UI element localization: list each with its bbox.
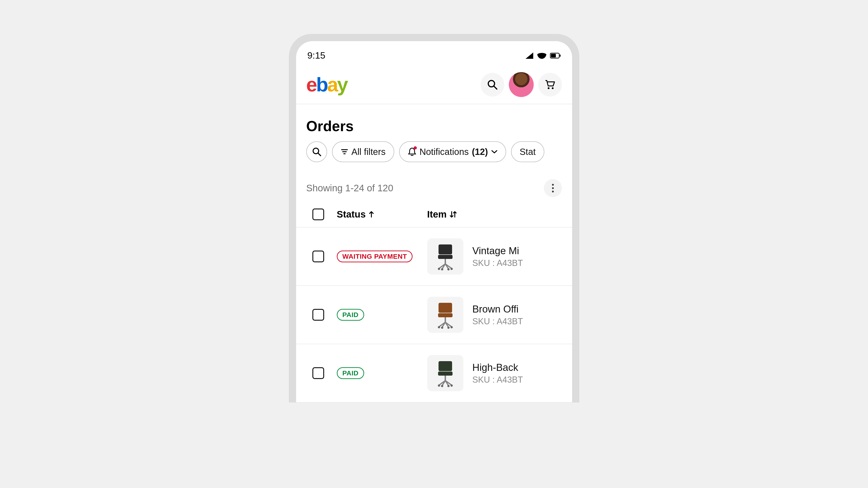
notification-dot-icon (414, 146, 417, 150)
chevron-down-icon (491, 150, 498, 154)
filter-row: All filters Notifications (12) Stat (296, 141, 572, 169)
item-thumbnail (427, 297, 463, 333)
item-name: High-Back (472, 362, 523, 373)
results-count: Showing 1-24 of 120 (306, 183, 393, 193)
svg-point-12 (552, 184, 554, 186)
header-actions (480, 72, 562, 97)
svg-point-47 (451, 385, 453, 387)
column-item-header[interactable]: Item (427, 209, 457, 220)
status-badge: WAITING PAYMENT (337, 250, 413, 262)
search-icon (312, 147, 322, 157)
svg-rect-15 (438, 244, 452, 254)
search-button[interactable] (480, 73, 504, 97)
column-item-label: Item (427, 209, 447, 220)
svg-rect-16 (438, 255, 453, 259)
more-vertical-icon (552, 184, 554, 193)
column-status-header[interactable]: Status (337, 209, 427, 220)
svg-point-24 (447, 268, 450, 271)
item-thumbnail (427, 355, 463, 391)
svg-point-46 (447, 385, 450, 387)
page-title: Orders (296, 104, 572, 141)
svg-point-23 (441, 268, 443, 271)
search-icon (487, 79, 498, 90)
column-status-label: Status (337, 209, 366, 220)
table-row[interactable]: PAIDBrown OffiSKU : A43BT (296, 286, 572, 344)
item-sku: SKU : A43BT (472, 375, 523, 385)
select-all-checkbox[interactable] (312, 209, 324, 220)
notifications-count: (12) (472, 147, 488, 157)
svg-point-5 (548, 87, 550, 89)
sort-icon (450, 211, 457, 218)
svg-point-13 (552, 187, 554, 189)
cart-button[interactable] (538, 73, 562, 97)
status-chip-label: Stat (520, 147, 536, 157)
svg-rect-26 (438, 303, 452, 313)
item-thumbnail (427, 238, 463, 275)
row-checkbox[interactable] (312, 309, 324, 321)
user-avatar[interactable] (509, 72, 534, 97)
ebay-logo[interactable]: ebay (306, 73, 347, 96)
table-row[interactable]: PAIDHigh-BackSKU : A43BT (296, 344, 572, 402)
svg-rect-1 (551, 54, 556, 57)
status-badge: PAID (337, 367, 364, 379)
item-name: Vintage Mi (472, 245, 523, 256)
wifi-icon (537, 52, 547, 59)
filter-icon (341, 148, 348, 156)
svg-rect-38 (438, 371, 453, 376)
orders-search-button[interactable] (306, 141, 327, 162)
all-filters-label: All filters (351, 147, 385, 157)
status-badge: PAID (337, 309, 364, 321)
svg-rect-2 (560, 55, 561, 57)
results-row: Showing 1-24 of 120 (296, 169, 572, 202)
status-bar-icons (525, 52, 561, 59)
svg-point-35 (447, 327, 450, 329)
svg-point-45 (441, 385, 443, 387)
svg-point-22 (438, 268, 440, 270)
item-name: Brown Offi (472, 303, 523, 315)
cart-icon (544, 79, 556, 90)
cellular-icon (525, 52, 534, 59)
item-sku: SKU : A43BT (472, 316, 523, 326)
notifications-chip[interactable]: Notifications (12) (399, 141, 506, 162)
all-filters-chip[interactable]: All filters (332, 141, 394, 162)
status-bar-time: 9:15 (307, 50, 326, 61)
svg-point-33 (438, 326, 440, 328)
row-checkbox[interactable] (312, 367, 324, 379)
item-sku: SKU : A43BT (472, 258, 523, 268)
svg-point-6 (552, 87, 554, 89)
notifications-label: Notifications (420, 147, 469, 157)
svg-rect-37 (438, 361, 452, 371)
status-bar: 9:15 (296, 41, 572, 68)
svg-rect-27 (438, 313, 453, 317)
svg-point-14 (552, 191, 554, 192)
svg-point-25 (451, 268, 453, 270)
table-row[interactable]: WAITING PAYMENTVintage MiSKU : A43BT (296, 227, 572, 286)
app-header: ebay (296, 68, 572, 104)
phone-frame: 9:15 ebay Orders (289, 34, 579, 402)
svg-line-8 (318, 153, 320, 156)
table-header: Status Item (296, 202, 572, 227)
svg-point-44 (438, 385, 440, 387)
battery-icon (550, 53, 561, 59)
svg-point-34 (441, 327, 443, 329)
status-chip-partial[interactable]: Stat (511, 141, 544, 162)
svg-line-4 (494, 86, 497, 89)
svg-point-36 (451, 326, 453, 328)
phone-screen: 9:15 ebay Orders (296, 41, 572, 402)
row-checkbox[interactable] (312, 250, 324, 262)
more-options-button[interactable] (544, 179, 562, 197)
arrow-up-icon (368, 211, 374, 218)
